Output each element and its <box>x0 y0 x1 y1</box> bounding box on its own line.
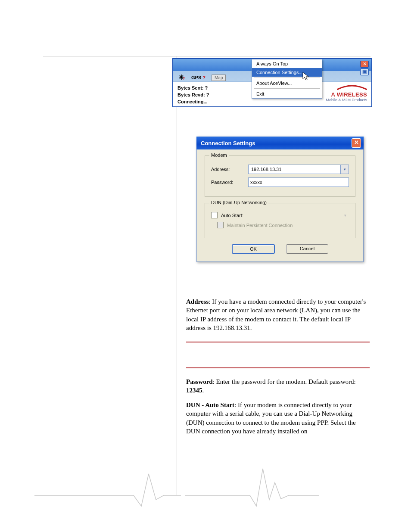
bytes-sent-label: Bytes Sent: <box>177 85 205 90</box>
chevron-down-icon[interactable]: ▾ <box>340 165 349 174</box>
paragraph-dun: DUN - Auto Start: If your modem is conne… <box>186 401 370 436</box>
menu-about[interactable]: About AceView... <box>252 79 322 87</box>
close-icon[interactable]: ✕ <box>360 61 369 68</box>
close-icon[interactable]: ✕ <box>352 138 361 148</box>
modem-legend: Modem <box>209 152 229 158</box>
divider <box>186 367 370 368</box>
gps-label: GPS ? <box>191 75 206 80</box>
divider <box>186 342 370 342</box>
map-button[interactable]: Map <box>212 75 226 81</box>
auto-start-checkbox[interactable] <box>211 212 218 218</box>
brand-tagline: Mobile & M2M Products <box>326 98 367 102</box>
paragraph-password: Password: Enter the password for the mod… <box>186 377 370 395</box>
context-menu: Always On Top Connection Settings... Abo… <box>252 59 322 99</box>
bytes-rcvd-label: Bytes Rcvd: <box>177 92 206 97</box>
maintain-connection-label: Maintain Persistent Connection <box>227 223 293 228</box>
auto-start-label: Auto Start: <box>221 213 251 218</box>
dialog-title: Connection Settings <box>201 140 255 146</box>
page-rule-horizontal <box>43 56 371 56</box>
aceview-window: ✕ ▣ ? GPS ? Map Always On Top Connection… <box>172 58 372 107</box>
page-rule-vertical <box>177 56 177 495</box>
dialog-buttons: OK Cancel <box>205 244 355 254</box>
cursor-icon <box>302 72 310 82</box>
dun-fieldset: DUN (Dial-Up Networking) Auto Start: ▾ M… <box>205 203 355 238</box>
address-input[interactable]: 192.168.13.31 ▾ <box>248 165 349 174</box>
heartbeat-decoration <box>185 465 319 508</box>
brand-block: A WIRELESS Mobile & M2M Products <box>326 84 367 104</box>
modem-fieldset: Modem Address: 192.168.13.31 ▾ Password:… <box>205 156 355 197</box>
menu-always-on-top[interactable]: Always On Top <box>252 59 322 68</box>
paragraph-address: Address: If you have a modem connected d… <box>186 297 370 332</box>
signal-icon: ? <box>177 74 185 81</box>
password-value: xxxxx <box>250 180 262 185</box>
connecting-status: Connecting... <box>177 98 209 105</box>
menu-separator <box>254 88 320 89</box>
password-label: Password: <box>211 180 248 185</box>
address-label: Address: <box>211 167 248 172</box>
minimize-icon[interactable]: ▣ <box>360 68 369 75</box>
ok-button[interactable]: OK <box>232 244 275 254</box>
bytes-sent-value: ? <box>205 85 208 90</box>
bytes-rcvd-value: ? <box>206 92 209 97</box>
brand-text: A WIRELESS <box>326 91 367 98</box>
cancel-button[interactable]: Cancel <box>286 244 328 254</box>
brand-swoosh-icon <box>326 84 367 91</box>
svg-text:?: ? <box>183 76 185 81</box>
heartbeat-decoration <box>34 470 181 508</box>
maintain-connection-checkbox <box>217 222 224 228</box>
menu-exit[interactable]: Exit <box>252 90 322 98</box>
aceview-stats: Bytes Sent: ? Bytes Rcvd: ? Connecting..… <box>177 84 209 104</box>
dialog-body: Modem Address: 192.168.13.31 ▾ Password:… <box>196 149 364 262</box>
dun-legend: DUN (Dial-Up Networking) <box>209 200 268 205</box>
menu-connection-settings[interactable]: Connection Settings... <box>252 68 322 77</box>
address-value: 192.168.13.31 <box>250 167 282 172</box>
dialog-titlebar: Connection Settings ✕ <box>196 137 364 149</box>
connection-settings-dialog: Connection Settings ✕ Modem Address: 192… <box>196 137 364 262</box>
password-input[interactable]: xxxxx <box>248 177 349 187</box>
